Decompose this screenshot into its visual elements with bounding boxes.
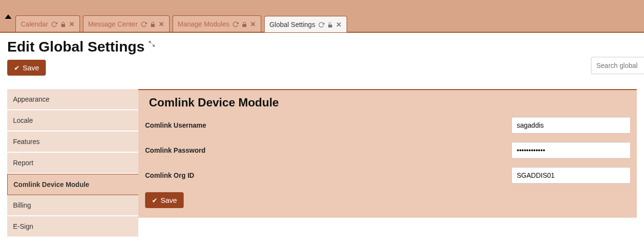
password-input[interactable] (511, 142, 630, 158)
close-icon[interactable]: ✕ (250, 20, 256, 28)
username-label: Comlink Username (145, 121, 511, 129)
orgid-input[interactable] (511, 167, 630, 184)
sidebar-item-report[interactable]: Report (7, 153, 138, 174)
tab-manage-modules[interactable]: Manage Modules ✕ (173, 15, 261, 32)
form-row-orgid: Comlink Org ID (145, 167, 630, 184)
top-tab-bar: Calendar ✕ Message Center ✕ Manage Modul… (0, 0, 644, 33)
tab-label: Message Center (88, 20, 138, 28)
refresh-icon[interactable] (232, 20, 239, 27)
form-row-username: Comlink Username (145, 117, 630, 133)
lock-icon[interactable] (150, 20, 156, 27)
check-icon: ✔ (14, 64, 20, 72)
username-input[interactable] (511, 117, 630, 133)
save-button[interactable]: ✔ Save (7, 60, 46, 76)
settings-panel: Comlink Device Module Comlink Username C… (138, 89, 637, 218)
unlock-icon[interactable] (327, 21, 333, 28)
sidebar-item-locale[interactable]: Locale (7, 110, 138, 132)
refresh-icon[interactable] (51, 20, 57, 27)
panel-title: Comlink Device Module (149, 96, 630, 109)
tab-global-settings[interactable]: Global Settings ✕ (264, 16, 347, 32)
lock-icon[interactable] (242, 20, 247, 27)
sidebar-item-features[interactable]: Features (7, 132, 138, 153)
tab-calendar[interactable]: Calendar ✕ (15, 15, 80, 32)
tab-message-center[interactable]: Message Center ✕ (83, 15, 170, 32)
page-title: Edit Global Settings (7, 39, 145, 55)
sidebar-item-comlink-device-module[interactable]: Comlink Device Module (7, 174, 138, 195)
expand-icon[interactable] (148, 39, 155, 47)
collapse-caret-icon[interactable] (5, 14, 12, 19)
panel-save-button[interactable]: ✔ Save (145, 192, 184, 208)
tab-label: Manage Modules (178, 20, 229, 28)
page-body: Edit Global Settings ✔ Save Appearance L… (0, 33, 644, 237)
search-input[interactable] (591, 57, 644, 74)
close-icon[interactable]: ✕ (159, 20, 164, 28)
tabs-container: Calendar ✕ Message Center ✕ Manage Modul… (15, 15, 347, 32)
close-icon[interactable]: ✕ (336, 21, 342, 28)
sidebar-item-appearance[interactable]: Appearance (7, 89, 138, 110)
password-label: Comlink Password (145, 146, 511, 154)
orgid-label: Comlink Org ID (145, 171, 511, 179)
sidebar-item-esign[interactable]: E-Sign (7, 216, 138, 237)
form-row-password: Comlink Password (145, 142, 630, 158)
refresh-icon[interactable] (318, 21, 324, 28)
tab-label: Global Settings (269, 21, 315, 28)
sidebar-item-billing[interactable]: Billing (7, 195, 138, 216)
settings-sidebar: Appearance Locale Features Report Comlin… (7, 89, 138, 237)
close-icon[interactable]: ✕ (69, 20, 75, 28)
lock-icon[interactable] (60, 20, 66, 27)
panel-save-label: Save (161, 196, 177, 204)
save-button-label: Save (23, 64, 39, 72)
refresh-icon[interactable] (141, 20, 147, 27)
check-icon: ✔ (152, 197, 158, 204)
tab-label: Calendar (21, 20, 48, 28)
